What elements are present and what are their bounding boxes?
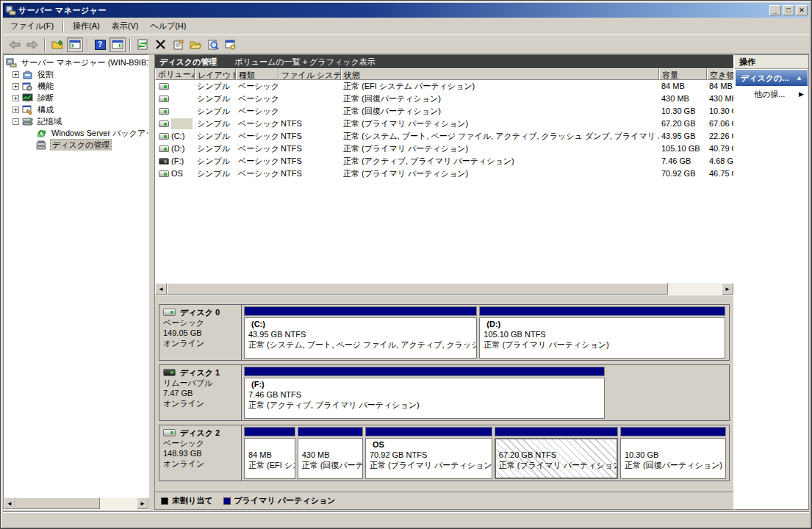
disk-1-row: ディスク 1 リムーバブル 7.47 GB オンライン (F:) 7.46 GB… [159,364,730,421]
column-header-type[interactable]: 種類 [236,68,279,80]
action-pane-toggle-button[interactable] [109,37,126,52]
column-header-volume[interactable]: ボリューム [155,68,195,80]
actions-pane: 操作 ディスクの... ▲ 他の操... ▶ [734,54,809,510]
disk-2-row: ディスク 2 ベーシック 148.93 GB オンライン 84 MB 正常 (E… [159,425,730,481]
volume-row[interactable]: (D:) シンプル ベーシック NTFS 正常 (プライマリ パーティション) … [155,143,733,155]
partition-efi[interactable]: 84 MB 正常 (EFI システム パーティション) [244,427,295,479]
properties-button[interactable] [170,37,186,52]
volume-list-horizontal-scrollbar[interactable]: ◄ ► [155,283,733,295]
partition-recovery-1[interactable]: 430 MB 正常 (回復パーティション) [298,427,363,479]
open-button[interactable] [187,37,204,52]
disk-0-label[interactable]: ディスク 0 ベーシック 149.05 GB オンライン [159,305,242,360]
collapse-icon[interactable]: ▲ [796,74,802,82]
menu-view[interactable]: 表示(V) [106,18,145,34]
tree-item-label: 記憶域 [36,116,63,127]
search-icon [208,40,219,50]
tree-item-disk-management[interactable]: ディスクの管理 [4,139,148,151]
column-header-status[interactable]: 状態 [341,68,659,80]
menu-file[interactable]: ファイル(F) [4,18,60,34]
column-header-layout[interactable]: レイアウト [195,68,236,80]
menu-separator [62,21,64,32]
volume-row[interactable]: シンプル ベーシック 正常 (EFI システム パーティション) 84 MB 8… [155,80,733,93]
tree-item-windows-server-backup[interactable]: Windows Server バックアップ [4,127,148,139]
menu-action[interactable]: 操作(A) [67,18,106,34]
scrollbar-thumb[interactable] [15,497,100,509]
refresh-icon [137,39,148,50]
column-header-free[interactable]: 空き領域 [707,68,733,80]
toolbar-separator [44,38,46,51]
volume-row[interactable]: (F:) シンプル ベーシック NTFS 正常 (アクティブ, プライマリ パー… [155,155,733,168]
server-manager-icon [5,5,16,15]
tree-item-features[interactable]: + 機能 [4,80,148,92]
settings-button[interactable] [223,37,239,52]
volume-row[interactable]: シンプル ベーシック 正常 (回復パーティション) 10.30 GB 10.30… [155,105,733,118]
close-button[interactable]: ✕ [796,5,808,15]
tree-root-label: サーバー マネージャー (WIN-B9IB1I [20,57,148,68]
expand-icon[interactable]: + [12,95,19,101]
volume-row[interactable]: OS シンプル ベーシック NTFS 正常 (プライマリ パーティション) 70… [155,168,733,180]
partition-recovery-2[interactable]: 10.30 GB 正常 (回復パーティション) [620,427,726,479]
removable-disk-icon [163,369,176,376]
scrollbar-thumb[interactable] [167,283,668,295]
primary-partition-bar [495,427,618,436]
tree-root[interactable]: サーバー マネージャー (WIN-B9IB1I [4,57,148,68]
scroll-right-icon[interactable]: ► [137,497,148,509]
disk-2-partitions: 84 MB 正常 (EFI システム パーティション) 430 MB 正常 (回… [242,425,729,481]
legend-primary-partition: プライマリ パーティション [223,495,336,506]
tree-item-configuration[interactable]: + 構成 [4,104,148,115]
partition-c[interactable]: (C:) 43.95 GB NTFS 正常 (システム, ブート, ページ ファ… [244,306,477,359]
up-level-button[interactable] [49,37,65,52]
back-button[interactable] [7,37,23,52]
volume-list: ボリューム レイアウト 種類 ファイル システム 状態 容量 空き領域 シンプル… [155,68,733,283]
tree-item-roles[interactable]: + 役割 [4,68,148,80]
tree-horizontal-scrollbar[interactable]: ◄ ► [4,497,148,509]
primary-partition-bar [620,427,726,436]
menu-help[interactable]: ヘルプ(H) [144,18,192,34]
help-button[interactable]: ? [92,37,108,52]
partition-selected[interactable]: 67.20 GB NTFS 正常 (プライマリ パーティション) [495,427,618,479]
legend-unallocated: 未割り当て [161,495,213,506]
volume-row[interactable]: (C:) シンプル ベーシック NTFS 正常 (システム, ブート, ページ … [155,130,733,143]
search-button[interactable] [205,37,221,52]
configuration-icon [22,105,33,115]
expand-icon[interactable]: + [12,83,19,90]
action-pane-icon [112,40,123,49]
tree-item-label: 機能 [36,81,55,92]
disk-2-label[interactable]: ディスク 2 ベーシック 148.93 GB オンライン [159,425,242,481]
minimize-button[interactable]: _ [769,5,781,15]
partition-d[interactable]: (D:) 105.10 GB NTFS 正常 (プライマリ パーティション) [479,306,725,359]
refresh-button[interactable] [134,37,151,52]
disk-1-label[interactable]: ディスク 1 リムーバブル 7.47 GB オンライン [159,365,242,420]
toolbar-separator [87,38,88,51]
column-header-fs[interactable]: ファイル システム [279,68,341,80]
forward-button[interactable] [24,37,40,52]
removable-volume-icon [159,158,169,165]
pane-subtitle: ボリュームの一覧 + グラフィック表示 [234,57,375,68]
scroll-left-icon[interactable]: ◄ [155,283,167,295]
disk-management-actions-header[interactable]: ディスクの... ▲ [736,70,808,86]
volume-row-selected[interactable]: シンプル ベーシック NTFS 正常 (プライマリ パーティション) 67.20… [155,118,733,130]
scroll-left-icon[interactable]: ◄ [4,497,15,509]
more-actions-item[interactable]: 他の操... ▶ [735,87,808,101]
maximize-button[interactable]: □ [783,5,794,15]
console-tree-toggle-button[interactable] [67,37,83,52]
scroll-right-icon[interactable]: ► [722,283,733,295]
primary-partition-bar [298,427,363,436]
delete-button[interactable] [152,37,168,52]
expand-icon[interactable]: + [12,71,19,78]
expand-icon[interactable]: + [12,107,19,113]
tree-item-storage[interactable]: - 記憶域 [4,115,148,127]
pane-splitter[interactable] [149,54,154,510]
properties-icon [173,40,184,50]
partition-os[interactable]: OS 70.92 GB NTFS 正常 (プライマリ パーティション) [365,427,492,479]
tree-item-diagnostics[interactable]: + 診断 [4,92,148,104]
volume-row[interactable]: シンプル ベーシック 正常 (回復パーティション) 430 MB 430 MB [155,93,733,105]
column-header-capacity[interactable]: 容量 [659,68,707,80]
diagnostics-icon [22,93,33,103]
volume-icon [159,108,169,115]
partition-f[interactable]: (F:) 7.46 GB NTFS 正常 (アクティブ, プライマリ パーティシ… [244,367,605,419]
volume-icon [159,120,169,127]
primary-partition-bar [244,427,295,436]
disk-0-row: ディスク 0 ベーシック 149.05 GB オンライン (C:) 43.95 … [159,304,730,361]
collapse-icon[interactable]: - [12,118,19,125]
